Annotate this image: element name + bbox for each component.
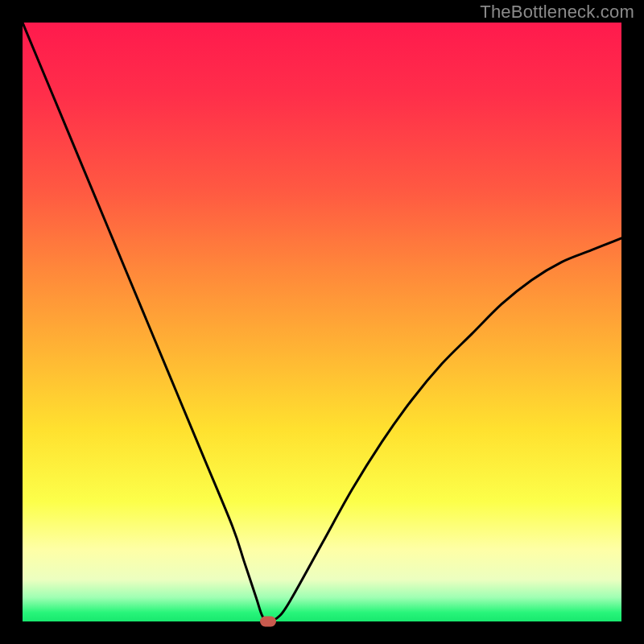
plot-area	[23, 23, 621, 621]
bottleneck-curve	[23, 23, 621, 621]
watermark-text: TheBottleneck.com	[480, 2, 634, 23]
chart-frame: TheBottleneck.com	[0, 0, 644, 644]
optimum-marker	[260, 617, 276, 627]
